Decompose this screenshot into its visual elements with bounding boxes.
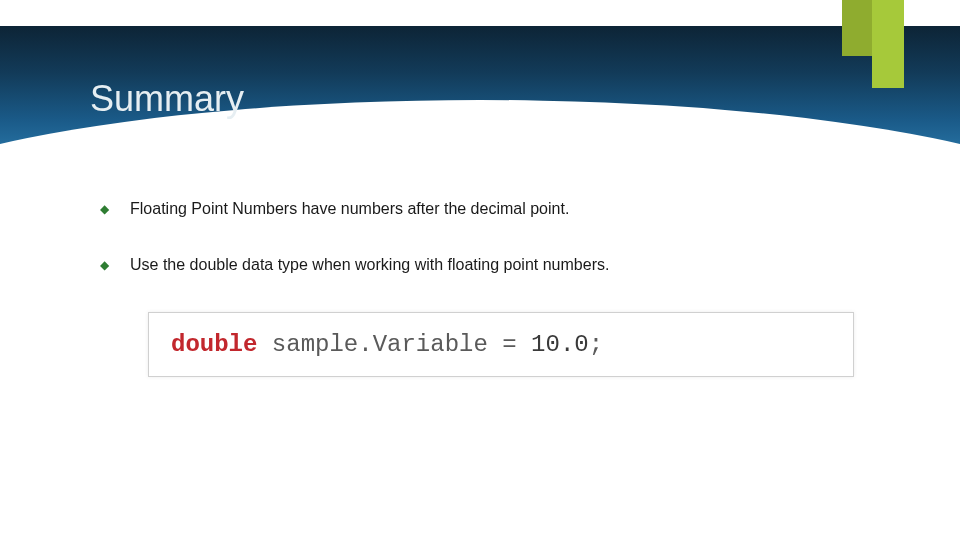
code-value: 10.0 [531,331,589,358]
slide-title: Summary [90,78,244,120]
code-equals: = [488,331,531,358]
bullet-item: ◆ Use the double data type when working … [100,256,900,274]
code-identifier: sample.Variable [272,331,488,358]
slide: Summary ◆ Floating Point Numbers have nu… [0,0,960,540]
code-example-box: double sample.Variable = 10.0; [148,312,854,377]
diamond-bullet-icon: ◆ [100,204,110,214]
bullet-text: Floating Point Numbers have numbers afte… [130,200,569,218]
code-terminator: ; [589,331,603,358]
code-keyword: double [171,331,257,358]
accent-bar-dark [842,0,872,56]
diamond-bullet-icon: ◆ [100,260,110,270]
bullet-item: ◆ Floating Point Numbers have numbers af… [100,200,900,218]
content-area: ◆ Floating Point Numbers have numbers af… [100,200,900,377]
accent-bar-light [872,0,904,88]
bullet-text: Use the double data type when working wi… [130,256,609,274]
